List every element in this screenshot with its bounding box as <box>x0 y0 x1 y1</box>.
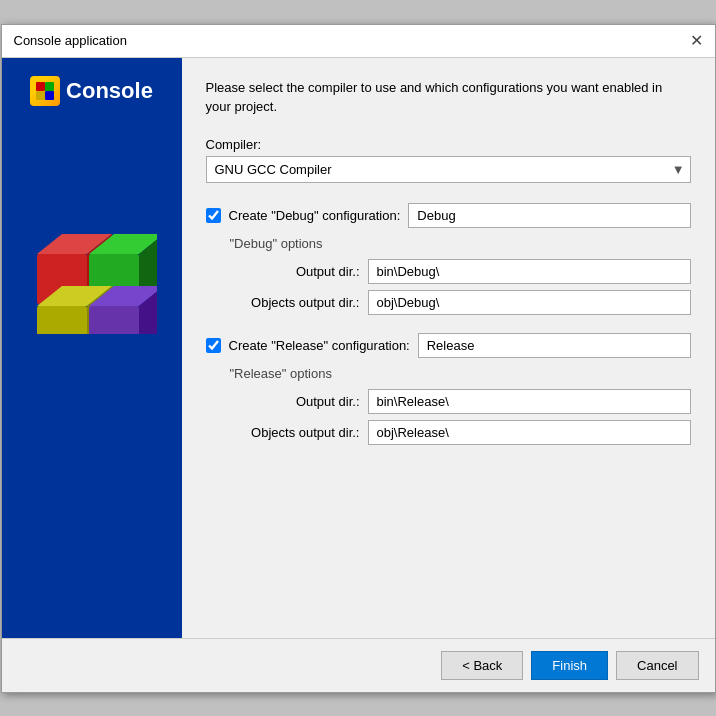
back-button[interactable]: < Back <box>441 651 523 680</box>
svg-rect-2 <box>36 91 45 100</box>
compiler-select-wrapper: GNU GCC Compiler ▼ <box>206 156 691 183</box>
release-objects-dir-row: Objects output dir.: <box>230 420 691 445</box>
title-bar: Console application ✕ <box>2 25 715 58</box>
sidebar: Console <box>2 58 182 638</box>
debug-output-dir-input[interactable] <box>368 259 691 284</box>
release-config-header-label: Create "Release" configuration: <box>229 338 410 353</box>
debug-objects-dir-label: Objects output dir.: <box>230 295 360 310</box>
compiler-select[interactable]: GNU GCC Compiler <box>206 156 691 183</box>
debug-output-dir-row: Output dir.: <box>230 259 691 284</box>
content-area: Please select the compiler to use and wh… <box>182 58 715 638</box>
release-objects-dir-label: Objects output dir.: <box>230 425 360 440</box>
release-output-dir-input[interactable] <box>368 389 691 414</box>
release-config-name-input[interactable] <box>418 333 691 358</box>
console-logo-icon <box>30 76 60 106</box>
release-options-title: "Release" options <box>230 366 691 381</box>
svg-rect-10 <box>37 306 87 334</box>
debug-config-header: Create "Debug" configuration: <box>206 203 691 228</box>
debug-options-title: "Debug" options <box>230 236 691 251</box>
dialog-title: Console application <box>14 33 127 48</box>
debug-objects-dir-row: Objects output dir.: <box>230 290 691 315</box>
dialog-body: Console <box>2 58 715 638</box>
cancel-button[interactable]: Cancel <box>616 651 698 680</box>
svg-rect-3 <box>45 91 54 100</box>
debug-config-checkbox[interactable] <box>206 208 221 223</box>
debug-objects-dir-input[interactable] <box>368 290 691 315</box>
dialog-window: Console application ✕ Console <box>1 24 716 693</box>
cube-graphic <box>27 204 157 337</box>
close-button[interactable]: ✕ <box>690 33 703 49</box>
release-objects-dir-input[interactable] <box>368 420 691 445</box>
sidebar-title-area: Console <box>30 76 153 106</box>
compiler-section: Compiler: GNU GCC Compiler ▼ <box>206 137 691 183</box>
svg-rect-13 <box>89 306 139 334</box>
svg-rect-0 <box>36 82 45 91</box>
sidebar-title-text: Console <box>66 78 153 104</box>
compiler-label: Compiler: <box>206 137 691 152</box>
finish-button[interactable]: Finish <box>531 651 608 680</box>
release-output-dir-row: Output dir.: <box>230 389 691 414</box>
release-options-block: "Release" options Output dir.: Objects o… <box>230 366 691 445</box>
release-config-header: Create "Release" configuration: <box>206 333 691 358</box>
release-config-checkbox[interactable] <box>206 338 221 353</box>
release-output-dir-label: Output dir.: <box>230 394 360 409</box>
svg-rect-1 <box>45 82 54 91</box>
release-config-section: Create "Release" configuration: "Release… <box>206 333 691 445</box>
debug-output-dir-label: Output dir.: <box>230 264 360 279</box>
debug-config-header-label: Create "Debug" configuration: <box>229 208 401 223</box>
debug-config-name-input[interactable] <box>408 203 690 228</box>
intro-text: Please select the compiler to use and wh… <box>206 78 691 117</box>
sidebar-logo-area: Console <box>2 68 182 124</box>
footer: < Back Finish Cancel <box>2 638 715 692</box>
debug-options-block: "Debug" options Output dir.: Objects out… <box>230 236 691 315</box>
debug-config-section: Create "Debug" configuration: "Debug" op… <box>206 203 691 315</box>
